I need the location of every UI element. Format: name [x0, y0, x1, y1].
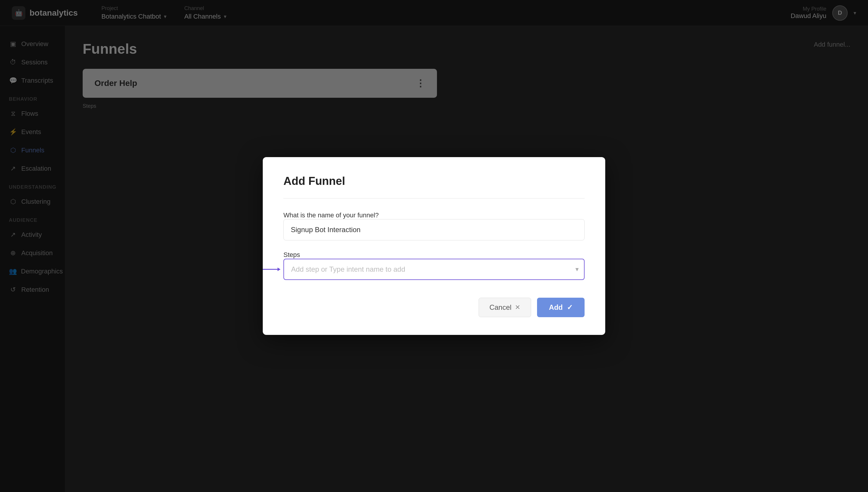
cancel-x-icon: ✕: [515, 303, 520, 311]
add-label: Add: [549, 303, 563, 312]
add-check-icon: ✓: [567, 303, 573, 312]
add-button[interactable]: Add ✓: [537, 298, 585, 317]
steps-input-wrapper: ▾: [283, 259, 585, 280]
svg-marker-1: [278, 268, 280, 271]
modal-overlay: Add Funnel What is the name of your funn…: [0, 0, 868, 492]
cancel-button[interactable]: Cancel ✕: [479, 298, 531, 317]
arrow-indicator-icon: [263, 266, 280, 273]
modal-title: Add Funnel: [283, 175, 585, 188]
steps-field-label: Steps: [283, 251, 300, 259]
modal-actions: Cancel ✕ Add ✓: [283, 298, 585, 317]
add-funnel-modal: Add Funnel What is the name of your funn…: [263, 157, 605, 335]
funnel-name-label: What is the name of your funnel?: [283, 212, 379, 219]
funnel-name-input[interactable]: [283, 219, 585, 240]
modal-divider: [283, 198, 585, 198]
cancel-label: Cancel: [489, 303, 512, 312]
steps-input[interactable]: [283, 259, 585, 280]
